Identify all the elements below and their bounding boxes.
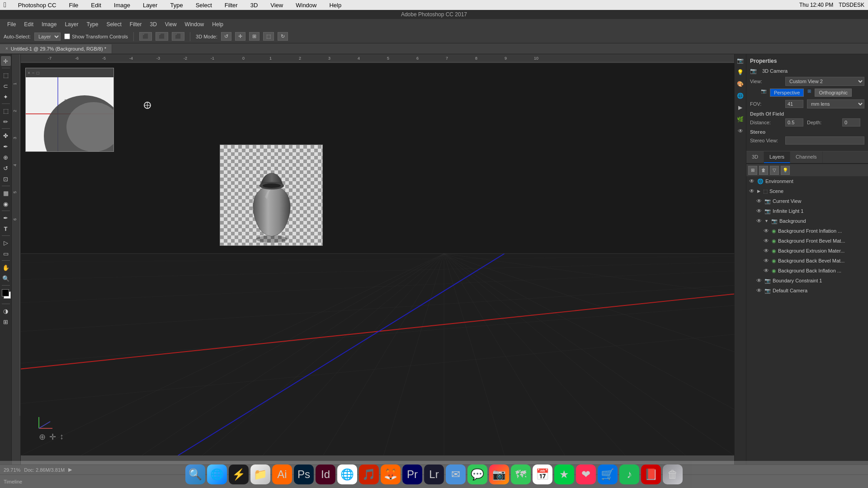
layer-item-boundary-constraint-1[interactable]: 👁 📷 Boundary Constraint 1 (754, 276, 868, 286)
layer-filter-button[interactable]: ▽ (770, 166, 779, 175)
ps-menu-window[interactable]: Window (181, 20, 208, 29)
layer-vis-boundary-constraint-1[interactable]: 👁 (755, 277, 763, 284)
layer-vis-scene[interactable]: 👁 (748, 188, 755, 195)
show-transform-label[interactable]: Show Transform Controls (64, 33, 128, 39)
depth-input[interactable] (842, 118, 860, 127)
menu-view[interactable]: View (268, 1, 286, 9)
pen-tool[interactable]: ✒ (1, 213, 11, 223)
dock-acrobat[interactable]: 📕 (641, 465, 661, 484)
background-collapse-arrow[interactable]: ▼ (764, 219, 769, 223)
lasso-tool[interactable]: ⊂ (1, 81, 11, 91)
layer-item-scene[interactable]: 👁 ▶ ⬚ Scene (746, 186, 868, 196)
path-select-tool[interactable]: ▷ (1, 238, 11, 248)
dock-premiere[interactable]: Pr (402, 465, 422, 484)
ps-menu-file[interactable]: File (4, 20, 19, 29)
dock-trash[interactable]: 🗑 (663, 465, 683, 484)
ps-menu-filter[interactable]: Filter (126, 20, 146, 29)
orthographic-button[interactable]: Orthographic (815, 89, 852, 97)
blur-tool[interactable]: ◉ (1, 199, 11, 209)
3d-scale-icon[interactable]: ↕ (60, 432, 64, 442)
3d-pan-button[interactable]: ✛ (235, 32, 245, 41)
lens-dropdown[interactable]: mm lens (807, 99, 864, 108)
layer-item-background[interactable]: 👁 ▼ 📷 Background (754, 216, 868, 226)
panel-icon-env[interactable]: 🌿 (736, 115, 745, 124)
ps-menu-layer[interactable]: Layer (61, 20, 82, 29)
3d-rotate-button[interactable]: ↺ (221, 32, 231, 41)
eraser-tool[interactable]: ⊡ (1, 174, 11, 184)
layer-vis-environment[interactable]: 👁 (748, 178, 755, 185)
menu-help[interactable]: Help (326, 1, 344, 9)
3d-roll-button[interactable]: ↻ (278, 32, 288, 41)
dock-app18[interactable]: ★ (554, 465, 574, 484)
layer-vis-bg-back-inflation[interactable]: 👁 (763, 267, 770, 274)
panel-icon-camera[interactable]: 📷 (736, 56, 745, 65)
dock-maps[interactable]: 🗺 (511, 465, 531, 484)
menu-window[interactable]: Window (293, 1, 319, 9)
3d-orbit-icon[interactable]: ⊕ (39, 432, 46, 442)
ps-menu-select[interactable]: Select (103, 20, 125, 29)
align-left-button[interactable]: ⬛ (139, 32, 152, 41)
view-dropdown[interactable]: Custom View 2 (785, 77, 864, 86)
dock-files[interactable]: 📁 (250, 465, 270, 484)
layer-item-default-camera[interactable]: 👁 📷 Default Camera (754, 286, 868, 296)
layer-item-infinite-light-1[interactable]: 👁 📷 Infinite Light 1 (754, 206, 868, 216)
spot-heal-tool[interactable]: ✤ (1, 131, 11, 141)
dock-finder[interactable]: 🔍 (185, 465, 205, 484)
document-tab[interactable]: × Untitled-1 @ 29.7% (Background, RGB/8)… (0, 44, 112, 53)
align-right-button[interactable]: ⬛ (172, 32, 184, 41)
color-swatches[interactable] (1, 289, 11, 302)
menu-type[interactable]: Type (167, 1, 185, 9)
layer-vis-bg-back-bevel[interactable]: 👁 (763, 257, 770, 264)
perspective-button[interactable]: Perspective (770, 89, 804, 97)
panel-icon-eye[interactable]: 👁 (736, 127, 745, 136)
dock-photoshop[interactable]: Ps (294, 465, 314, 484)
dock-messages[interactable]: 💬 (467, 465, 487, 484)
layer-item-current-view[interactable]: 👁 📷 Current View (754, 196, 868, 206)
dock-spotify[interactable]: ♪ (619, 465, 639, 484)
text-tool[interactable]: T (1, 224, 11, 234)
layer-item-bg-front-inflation[interactable]: 👁 ◉ Background Front Inflation ... (761, 226, 868, 236)
auto-select-dropdown[interactable]: Layer (34, 33, 61, 41)
menu-edit[interactable]: Edit (88, 1, 104, 9)
3d-scale-button[interactable]: ⬚ (263, 32, 274, 41)
menu-filter[interactable]: Filter (222, 1, 241, 9)
layer-item-bg-back-inflation[interactable]: 👁 ◉ Background Back Inflation ... (761, 266, 868, 276)
dock-illustrator[interactable]: Ai (272, 465, 292, 484)
dock-app19[interactable]: ❤ (576, 465, 596, 484)
panel-icon-light[interactable]: 💡 (736, 68, 745, 77)
menu-image[interactable]: Image (111, 1, 133, 9)
panel-icon-scene[interactable]: 🌐 (736, 91, 745, 100)
layer-item-bg-back-bevel[interactable]: 👁 ◉ Background Back Bevel Mat... (761, 256, 868, 266)
menu-file[interactable]: File (66, 1, 81, 9)
layer-delete-button[interactable]: 🗑 (759, 166, 768, 175)
dock-appstore[interactable]: 🛒 (598, 465, 618, 484)
quick-mask-tool[interactable]: ◑ (1, 306, 11, 316)
tab-close-button[interactable]: × (5, 46, 8, 51)
show-transform-checkbox[interactable] (64, 33, 70, 39)
dock-xcode[interactable]: ⚡ (229, 465, 249, 484)
3d-slide-button[interactable]: ⊞ (249, 32, 259, 41)
dock-chrome[interactable]: 🌐 (337, 465, 357, 484)
tab-3d[interactable]: 3D (746, 151, 764, 163)
foreground-color-swatch[interactable] (2, 289, 9, 296)
crop-tool[interactable]: ⬚ (1, 106, 11, 116)
dock-indesign[interactable]: Id (316, 465, 335, 484)
layer-vis-background[interactable]: 👁 (755, 217, 763, 225)
dock-music[interactable]: 🎵 (359, 465, 379, 484)
layer-vis-infinite-light-1[interactable]: 👁 (755, 207, 763, 215)
layer-vis-bg-extrusion[interactable]: 👁 (763, 247, 770, 254)
quick-select-tool[interactable]: ✦ (1, 92, 11, 102)
ps-menu-view[interactable]: View (161, 20, 180, 29)
ps-menu-image[interactable]: Image (38, 20, 60, 29)
layer-grid-view-button[interactable]: ⊞ (748, 166, 757, 175)
move-tool[interactable]: ✛ (1, 56, 11, 66)
tab-layers[interactable]: Layers (764, 151, 790, 163)
distance-input[interactable] (785, 118, 803, 127)
eyedropper-tool[interactable]: ✏ (1, 117, 11, 127)
dock-calendar[interactable]: 📅 (533, 465, 552, 484)
tab-channels[interactable]: Channels (790, 151, 822, 163)
layer-item-environment[interactable]: 👁 🌐 Environment (746, 176, 868, 186)
dock-photos[interactable]: 📷 (489, 465, 509, 484)
ps-menu-edit[interactable]: Edit (20, 20, 37, 29)
preview-max-btn[interactable]: □ (37, 70, 39, 75)
